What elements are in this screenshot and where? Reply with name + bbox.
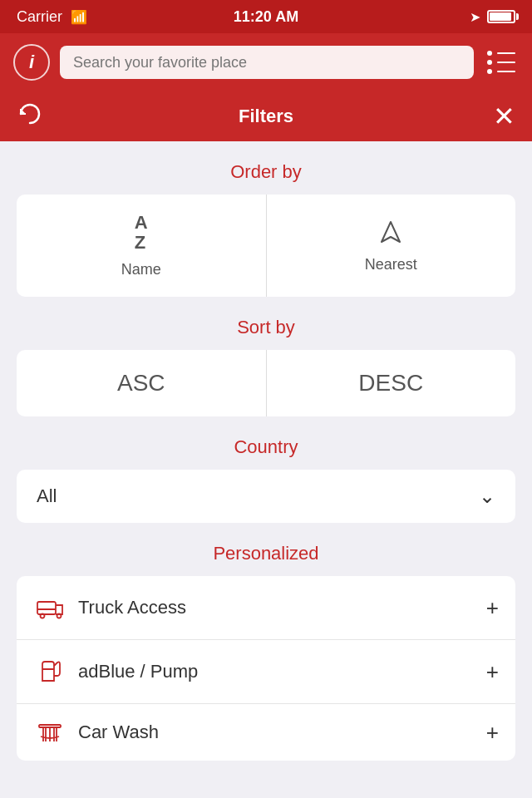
car-wash-add-icon[interactable]: + — [486, 720, 499, 746]
az-icon: A Z — [135, 213, 148, 253]
truck-access-label: Truck Access — [78, 597, 486, 618]
svg-point-2 — [41, 614, 45, 618]
sort-option-asc[interactable]: ASC — [17, 350, 266, 416]
sort-options: ASC DESC — [17, 350, 515, 416]
country-label: Country — [0, 436, 532, 458]
refresh-icon[interactable] — [17, 101, 43, 133]
truck-access-add-icon[interactable]: + — [486, 595, 499, 621]
svg-rect-1 — [37, 602, 56, 614]
filters-title: Filters — [239, 106, 293, 127]
adblue-label: adBlue / Pump — [78, 661, 486, 682]
country-selector[interactable]: All ⌄ — [17, 470, 515, 523]
wifi-icon: 📶 — [71, 9, 87, 25]
sort-option-desc[interactable]: DESC — [267, 350, 516, 416]
svg-marker-0 — [382, 222, 400, 242]
close-icon[interactable]: ✕ — [493, 103, 515, 130]
order-option-name[interactable]: A Z Name — [17, 195, 266, 297]
content: Order by A Z Name Nearest — [0, 141, 532, 781]
country-card: All ⌄ — [17, 470, 515, 523]
list-item-car-wash[interactable]: Car Wash + — [17, 704, 515, 761]
sort-by-label: Sort by — [0, 317, 532, 338]
fuel-nozzle-icon — [33, 655, 66, 688]
svg-point-3 — [57, 614, 62, 618]
info-icon[interactable]: i — [13, 44, 50, 81]
carrier-label: Carrier — [17, 8, 62, 26]
order-option-nearest[interactable]: Nearest — [267, 195, 516, 297]
list-item-truck-access[interactable]: Truck Access + — [17, 576, 515, 640]
adblue-add-icon[interactable]: + — [486, 659, 499, 685]
order-name-label: Name — [121, 261, 161, 278]
country-value: All — [37, 485, 57, 507]
menu-icon[interactable] — [484, 47, 519, 77]
location-arrow-icon: ➤ — [470, 9, 480, 25]
car-wash-icon — [33, 716, 66, 749]
header: i — [0, 33, 532, 91]
truck-icon — [33, 591, 66, 624]
personalized-list: Truck Access + adBlue / Pump + — [17, 576, 515, 761]
time-label: 11:20 AM — [234, 8, 298, 26]
order-options: A Z Name Nearest — [17, 195, 515, 297]
car-wash-label: Car Wash — [78, 722, 486, 743]
chevron-down-icon: ⌄ — [479, 485, 495, 508]
sort-by-card: ASC DESC — [17, 350, 515, 416]
filters-bar: Filters ✕ — [0, 91, 532, 141]
order-by-card: A Z Name Nearest — [17, 195, 515, 297]
status-left: Carrier 📶 — [17, 8, 87, 26]
search-input[interactable] — [60, 46, 474, 79]
status-bar: Carrier 📶 11:20 AM ➤ — [0, 0, 532, 33]
battery-icon — [487, 10, 515, 23]
svg-rect-6 — [39, 725, 61, 727]
order-by-label: Order by — [0, 161, 532, 183]
status-right: ➤ — [470, 9, 515, 25]
list-item-adblue[interactable]: adBlue / Pump + — [17, 640, 515, 704]
navigation-arrow-icon — [376, 218, 406, 248]
personalized-label: Personalized — [0, 543, 532, 564]
order-nearest-label: Nearest — [365, 256, 417, 273]
